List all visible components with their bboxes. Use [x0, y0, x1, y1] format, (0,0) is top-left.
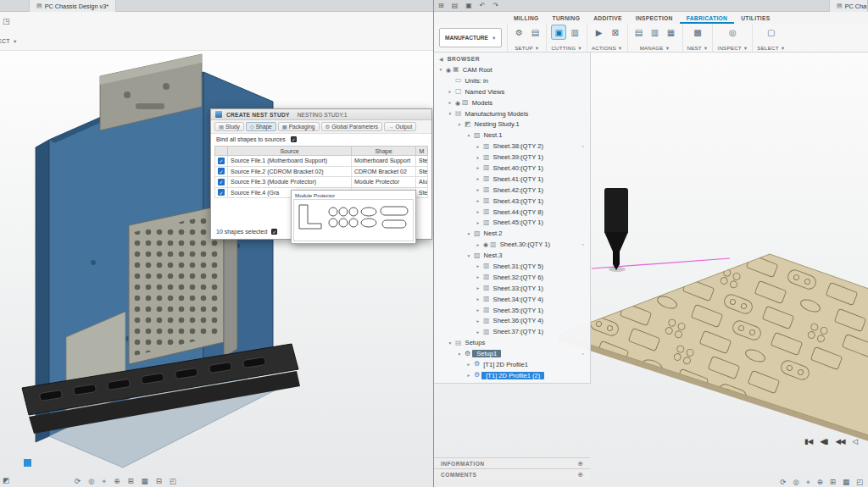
bind-shapes-checkbox[interactable]: ✓: [291, 136, 297, 142]
expander-icon[interactable]: ▸: [475, 263, 481, 268]
browser-item-sheet-43-qty-1[interactable]: ▸▥Sheet.43:(QTY 1): [434, 196, 590, 207]
expander-icon[interactable]: ▸: [447, 89, 453, 94]
orbit-icon[interactable]: ⟳: [75, 478, 81, 485]
expander-icon[interactable]: ▸: [475, 187, 481, 192]
browser-item-sheet-38-qty-2[interactable]: ▸▥Sheet.38:(QTY 2)◦: [434, 141, 590, 152]
save-icon[interactable]: ▣: [465, 3, 472, 9]
shapes-selected-checkbox[interactable]: ✓: [271, 229, 277, 235]
viewports-icon[interactable]: ◰: [170, 478, 176, 485]
tool-group-dropdown-inspect[interactable]: INSPECT▼: [717, 45, 748, 51]
playback-rewind-button[interactable]: ◀◀: [835, 438, 844, 445]
workspace-selector[interactable]: MANUFACTURE ▼: [439, 28, 502, 47]
grid-settings-icon[interactable]: ⊟: [156, 478, 162, 485]
browser-item-nest-2[interactable]: ▾▨Nest.2: [434, 228, 590, 239]
cutting-alt-icon[interactable]: ▥: [568, 25, 581, 39]
inspect-icon[interactable]: ◎: [726, 25, 739, 39]
redo-icon[interactable]: ↷: [493, 3, 499, 9]
orbit-icon[interactable]: ⟳: [780, 479, 786, 486]
tool-group-dropdown-actions[interactable]: ACTIONS▼: [592, 45, 623, 51]
tool-group-dropdown-setup[interactable]: SETUP▼: [515, 45, 539, 51]
ribbon-tab-inspection[interactable]: INSPECTION: [629, 12, 680, 24]
look-at-icon[interactable]: ◎: [793, 479, 798, 486]
machine-icon[interactable]: ▦: [665, 25, 678, 39]
post-process-icon[interactable]: ⊠: [609, 25, 622, 39]
browser-item-sheet-40-qty-1[interactable]: ▸▥Sheet.40:(QTY 1): [434, 163, 590, 174]
heights-icon[interactable]: ▤: [528, 25, 542, 39]
browser-item-sheet-41-qty-1[interactable]: ▸▥Sheet.41:(QTY 1): [434, 174, 590, 185]
expander-icon[interactable]: ▾: [437, 67, 444, 72]
select-icon[interactable]: ▢: [765, 25, 778, 39]
expand-panel-icon[interactable]: ⊕: [578, 460, 583, 468]
browser-item-sheet-45-qty-1[interactable]: ▸▥Sheet.45:(QTY 1): [434, 217, 590, 228]
undo-icon[interactable]: ↶: [480, 3, 486, 9]
display-settings-icon[interactable]: ▦: [142, 478, 148, 485]
templates-icon[interactable]: ▥: [648, 25, 662, 39]
visibility-dot-icon[interactable]: ◦: [582, 351, 584, 357]
viewports-icon[interactable]: ◰: [856, 479, 863, 486]
browser-item-sheet-31-qty-5[interactable]: ▸▥Sheet.31:(QTY 5): [434, 261, 590, 272]
browser-item-sheet-37-qty-1[interactable]: ▸▥Sheet.37:(QTY 1): [434, 326, 590, 337]
browser-collapse-icon[interactable]: ◀: [439, 56, 443, 62]
expander-icon[interactable]: ▸: [475, 209, 481, 214]
setup-icon[interactable]: ⚙: [512, 25, 526, 39]
fit-icon[interactable]: ⊞: [830, 479, 836, 486]
browser-item-sheet-36-qty-4[interactable]: ▸▥Sheet.36:(QTY 4): [434, 315, 590, 326]
expander-icon[interactable]: ▸: [475, 285, 481, 291]
visibility-dot-icon[interactable]: ◦: [582, 241, 584, 247]
ribbon-tab-milling[interactable]: MILLING: [507, 12, 546, 24]
expander-icon[interactable]: ▸: [475, 242, 481, 247]
row-checkbox[interactable]: ✓: [218, 179, 225, 185]
expander-icon[interactable]: ▸: [475, 220, 481, 225]
browser-item-cam-root[interactable]: ▾◉▣CAM Root: [434, 64, 590, 75]
look-at-icon[interactable]: ◎: [88, 478, 94, 485]
browser-item-sheet-44-qty-8[interactable]: ▸▥Sheet.44:(QTY 8): [434, 207, 590, 218]
tool-group-dropdown-manage[interactable]: MANAGE▼: [640, 45, 670, 51]
tool-group-dropdown-nest[interactable]: NEST▼: [687, 45, 709, 51]
home-view-icon[interactable]: ◩: [3, 476, 9, 484]
ribbon-tab-turning[interactable]: TURNING: [546, 12, 587, 24]
playback-skip-start-button[interactable]: ▮◀: [804, 438, 812, 445]
ribbon-tab-fabrication[interactable]: FABRICATION: [680, 12, 735, 24]
visibility-dot-icon[interactable]: ◦: [582, 143, 584, 149]
row-checkbox[interactable]: ✓: [218, 189, 225, 196]
browser-item-nesting-study-1[interactable]: ▾◩Nesting Study.1: [434, 119, 590, 130]
zoom-icon[interactable]: ⊕: [817, 479, 823, 486]
browser-item-nest-1[interactable]: ▾▨Nest.1: [434, 130, 590, 141]
simulate-icon[interactable]: ▶: [593, 25, 606, 39]
table-row[interactable]: ✓Source File.3 (Module Protector)Module …: [215, 177, 428, 188]
browser-item-sheet-35-qty-1[interactable]: ▸▥Sheet.35:(QTY 1): [434, 305, 590, 316]
left-viewport[interactable]: CREATE NEST STUDY NESTING STUDY.1 ▤Study…: [0, 51, 433, 487]
playback-step-back-button[interactable]: ◀▮: [820, 438, 827, 445]
browser-item-setup1[interactable]: ▾⚙Setup1◦: [434, 348, 590, 359]
row-checkbox[interactable]: ✓: [218, 168, 225, 174]
browser-item-manufacturing-models[interactable]: ▾▤Manufacturing Models: [434, 108, 590, 119]
dialog-tab-output[interactable]: →Output: [384, 122, 416, 131]
expander-icon[interactable]: ▸: [475, 155, 481, 160]
ribbon-tab-additive[interactable]: ADDITIVE: [587, 12, 629, 24]
pan-icon[interactable]: ⌖: [103, 478, 107, 485]
expander-icon[interactable]: ▾: [447, 111, 453, 116]
display-settings-icon[interactable]: ▦: [843, 479, 849, 486]
eye-icon[interactable]: ◉: [455, 100, 460, 106]
select-dropdown[interactable]: ECT ▼: [0, 38, 18, 44]
browser-item-sheet-33-qty-1[interactable]: ▸▥Sheet.33:(QTY 1): [434, 283, 590, 294]
expander-icon[interactable]: ▾: [447, 340, 453, 346]
expander-icon[interactable]: ▸: [475, 318, 481, 324]
playback-back-button[interactable]: ◁: [853, 438, 858, 445]
expander-icon[interactable]: ▸: [475, 274, 481, 279]
browser-item-t1-2d-profile1-2[interactable]: ▸⚙[T1] 2D Profile1 (2): [434, 370, 590, 381]
browser-item-t1-2d-profile1[interactable]: ▸⚙[T1] 2D Profile1: [434, 359, 590, 370]
profile-2d-icon[interactable]: ▣: [552, 25, 565, 39]
eye-icon[interactable]: ◉: [446, 67, 451, 73]
expander-icon[interactable]: ▾: [456, 351, 463, 357]
expander-icon[interactable]: ▸: [475, 165, 481, 170]
tool-group-dropdown-cutting[interactable]: CUTTING▼: [551, 45, 582, 51]
dialog-tab-study[interactable]: ▤Study: [214, 122, 244, 131]
row-checkbox[interactable]: ✓: [218, 158, 225, 164]
dialog-tab-shape[interactable]: ◇Shape: [246, 122, 276, 131]
browser-item-units-in[interactable]: ▭Units: in: [434, 75, 590, 86]
expander-icon[interactable]: ▸: [475, 307, 481, 313]
expander-icon[interactable]: ▸: [465, 373, 472, 378]
expand-panel-icon[interactable]: ⊕: [578, 471, 583, 479]
tool-library-icon[interactable]: ▤: [632, 25, 646, 39]
